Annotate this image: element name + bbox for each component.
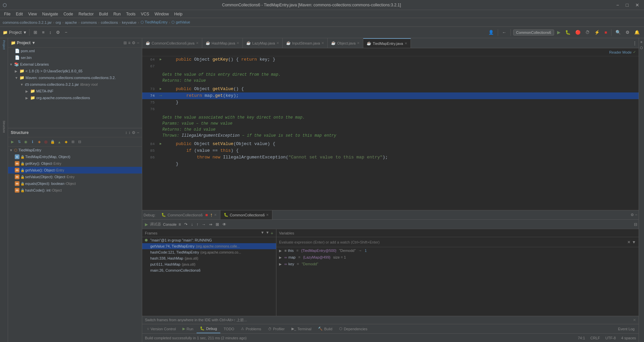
debug-tab-cc6-1[interactable]: 🐛 CommonCollections6 ■ ↑ ✕ [158, 210, 220, 219]
tab-hashmap[interactable]: ☕ HashMap.java ✕ [202, 38, 243, 48]
bottom-tab-run[interactable]: ▶ Run [179, 324, 197, 333]
tab-obj-close[interactable]: ✕ [357, 41, 360, 45]
menu-navigate[interactable]: Navigate [40, 10, 61, 18]
notifications-btn[interactable]: 🔔 [633, 29, 641, 36]
menu-build[interactable]: Build [96, 10, 111, 18]
struct-icon-8[interactable]: ▲ [56, 139, 62, 145]
right-icon-2[interactable]: ⬡ [639, 45, 644, 50]
debug-resume-btn[interactable]: ▶ [144, 221, 149, 227]
tab-is-close[interactable]: ✕ [321, 41, 324, 45]
debug-step-over-btn[interactable]: ↷ [183, 221, 189, 227]
tab-hm-close[interactable]: ✕ [236, 41, 239, 45]
run-config-selector[interactable]: CommonCollections6 [513, 29, 554, 36]
tree-item-jdk[interactable]: ▶ 📁 < 1.8 (3) > D:\JavaSec\jdk1.8.0_65 [8, 68, 142, 74]
debug-force-step-btn[interactable]: ⇒ [208, 221, 214, 227]
frame-item-getvalue[interactable]: getValue:74, TiedMapEntry (org.apache.co… [142, 243, 276, 249]
breadcrumb-jar[interactable]: commons-collections-3.2.1.jar [3, 20, 52, 24]
bottom-tab-todo[interactable]: TODO [220, 324, 238, 333]
struct-setvalue[interactable]: m 🔒 setValue(Object): Object ↑Entry [8, 174, 142, 180]
frames-filter2-icon[interactable]: ▼ [266, 230, 269, 236]
bottom-tab-vcs[interactable]: ⑂ Version Control [144, 324, 179, 333]
code-editor[interactable]: 64 ▶ public Object getKey() { return key… [142, 56, 639, 210]
expr-expand-icon[interactable]: ▼ [632, 240, 636, 245]
breadcrumb-apache[interactable]: apache [65, 20, 77, 24]
toolbar-sort-btn[interactable]: ↕ [48, 29, 53, 36]
debug-settings-icon[interactable]: ⚙ [631, 213, 634, 217]
tab-lm-close[interactable]: ✕ [276, 41, 279, 45]
breadcrumb-org[interactable]: org [56, 20, 61, 24]
frame-item-hashcode[interactable]: hashCode:121, TiedMapEntry (org.apache.c… [142, 249, 276, 255]
frame-item-main[interactable]: main:26, CommonCollections6 [142, 267, 276, 273]
struct-root[interactable]: ▼ ⬡ TiedMapEntry [8, 147, 142, 153]
struct-gear[interactable]: ⚙ [132, 130, 136, 135]
project-icon-minus[interactable]: − [137, 41, 139, 45]
struct-getvalue[interactable]: m 🔒 getValue(): Object ↑Entry [8, 167, 142, 174]
struct-icon-2[interactable]: ⇅ [16, 139, 22, 145]
var-item-map[interactable]: ▶ ∞ map = {LazyMap@499} size = 1 [276, 254, 639, 261]
menu-code[interactable]: Code [61, 10, 76, 18]
struct-icon-9[interactable]: ◆ [63, 139, 69, 145]
frames-add-btn[interactable]: + [271, 230, 273, 236]
breadcrumb-commons[interactable]: commons [81, 20, 97, 24]
project-icon-gear[interactable]: ⚙ [132, 41, 136, 45]
debug-watch-btn[interactable]: 👁 [221, 221, 228, 227]
var-item-this[interactable]: ▶ ≡ this = {TiedMapEntry@500} "Demodd" →… [276, 247, 639, 254]
tree-item-ser[interactable]: 📄 ser.bin [8, 54, 142, 61]
menu-edit[interactable]: Edit [13, 10, 25, 18]
tab-object[interactable]: ☕ Object.java ✕ [328, 38, 363, 48]
tree-item-ext-libs[interactable]: ▼ 📚 External Libraries [8, 61, 142, 68]
frame-item-put[interactable]: put:611, HashMap (java.util) [142, 261, 276, 267]
debug-run-cursor-btn[interactable]: → [200, 221, 207, 227]
debug-tab-cc6-1-close[interactable]: ✕ [214, 213, 217, 217]
project-side-icon[interactable]: Project [0, 38, 8, 58]
debug-tab-cc6-2[interactable]: 🐛 CommonCollections6 ✕ [220, 210, 273, 219]
tab-lazymap[interactable]: ☕ LazyMap.java ✕ [243, 38, 283, 48]
tab-cc6-close[interactable]: ✕ [196, 41, 199, 45]
bottom-tab-terminal[interactable]: ▶_ Terminal [288, 324, 315, 333]
breadcrumb-keyvalue[interactable]: keyvalue [122, 20, 137, 24]
struct-hashcode[interactable]: m 🔒 hashCode(): int ↑Object [8, 187, 142, 194]
debug-minimize-icon[interactable]: − [635, 213, 637, 217]
settings-main-btn[interactable]: ⚙ [624, 29, 631, 36]
bottom-tab-problems[interactable]: ⚠ Problems [237, 324, 264, 333]
debug-tab-cc6-2-close[interactable]: ✕ [266, 213, 269, 217]
event-log-label[interactable]: Event Log [618, 327, 635, 331]
struct-icon-5[interactable]: ◈ [36, 139, 42, 145]
toolbar-settings-btn[interactable]: ⚙ [54, 29, 62, 36]
menu-vcs[interactable]: VCS [138, 10, 152, 18]
status-indent[interactable]: 4 spaces [621, 336, 636, 340]
struct-sort-type[interactable]: ↕ [128, 130, 130, 135]
debug-evaluate-btn[interactable]: ⊞ [214, 221, 220, 227]
bottom-tab-dependencies[interactable]: ⬡ Dependencies [336, 324, 371, 333]
debug-layout-btn[interactable]: ⊟ [634, 222, 637, 227]
struct-icon-4[interactable]: ℹ [30, 139, 36, 145]
menu-refactor[interactable]: Refactor [76, 10, 96, 18]
struct-constructor[interactable]: c 🔒 TiedMapEntry(Map, Object) [8, 153, 142, 160]
debug-step-into-btn[interactable]: ↓ [190, 221, 194, 227]
struct-icon-11[interactable]: ⊟ [76, 139, 83, 145]
status-position[interactable]: 74:1 [578, 336, 585, 340]
frame-item-running[interactable]: "main"@1 in group "main": RUNNING [142, 237, 276, 243]
debug-console-label[interactable]: Console [163, 222, 176, 226]
struct-icon-7[interactable]: 🔒 [50, 139, 56, 145]
tree-item-maven[interactable]: ▼ 📁 Maven: commons-collections:commons-c… [8, 74, 142, 81]
right-icon-1[interactable]: ≡ [640, 40, 643, 45]
tree-item-orgapache[interactable]: ▶ 📁 org.apache.commons.collections [8, 94, 142, 101]
struct-icon-6[interactable]: ◎ [43, 139, 49, 145]
toolbar-minus-btn[interactable]: − [63, 29, 69, 36]
user-icon-btn[interactable]: 👤 [487, 29, 495, 36]
struct-getkey[interactable]: m 🔒 getKey(): Object ↑Entry [8, 160, 142, 167]
tree-item-pom[interactable]: 📄 pom.xml [8, 48, 142, 54]
coverage-btn[interactable]: 🔴 [574, 29, 582, 36]
editor-tabs-menu[interactable]: ⋮ [631, 40, 639, 47]
struct-icon-1[interactable]: ▶ [9, 139, 15, 145]
breadcrumb-tiedmapentry[interactable]: ⬡ TiedMapEntry [141, 20, 168, 24]
frame-item-hash[interactable]: hash:338, HashMap (java.util) [142, 255, 276, 261]
tab-inputstream[interactable]: ☕ InputStream.java ✕ [283, 38, 328, 48]
breadcrumb-collections[interactable]: collections [101, 20, 118, 24]
project-dropdown-icon[interactable]: ▼ [23, 30, 27, 35]
var-item-key[interactable]: ▶ ∞ key = "Demodd" [276, 261, 639, 267]
menu-file[interactable]: File [1, 10, 13, 18]
tab-tme-close[interactable]: ✕ [405, 42, 407, 45]
profile-btn[interactable]: ⏱ [584, 29, 591, 36]
